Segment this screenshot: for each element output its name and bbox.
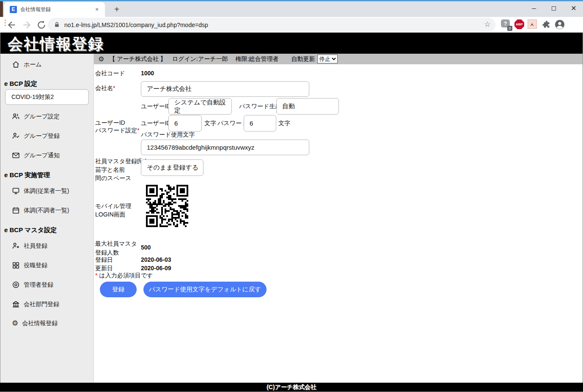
bookmark-star-icon[interactable]: ☆ xyxy=(482,20,492,29)
sidebar-item-label: 会社情報登録 xyxy=(22,320,58,327)
browser-titlebar: E 会社情報登録 × + ─ ☐ ✕ xyxy=(0,0,583,17)
gear-icon: ⚙ xyxy=(98,55,104,63)
sidebar-item-label: グループ登録 xyxy=(24,132,60,140)
address-bar[interactable]: no1.e-lms.jp/LMS2/1001/company_iud.php?m… xyxy=(48,18,495,32)
auto-update-label: 自動更新 xyxy=(292,55,315,63)
qr-code-image xyxy=(146,185,188,227)
refresh-icon[interactable] xyxy=(36,19,47,30)
company-code-label: 会社コード xyxy=(95,70,125,77)
sidebar-item-label: 体調(不調者一覧) xyxy=(24,207,69,214)
reset-pw-chars-button[interactable]: パスワード使用文字をデフォルトに戻す xyxy=(143,282,267,297)
browser-tab[interactable]: E 会社情報登録 × xyxy=(4,2,105,17)
company-name-label-text: 会社名 xyxy=(95,85,113,91)
reg-date-value: 2020-06-03 xyxy=(141,256,171,263)
bank-icon xyxy=(12,300,20,308)
company-code-value: 1000 xyxy=(141,70,154,77)
back-icon[interactable] xyxy=(6,19,17,30)
reg-date-label: 登録日 xyxy=(95,256,113,264)
url-text[interactable]: no1.e-lms.jp/LMS2/1001/company_iud.php?m… xyxy=(64,22,208,28)
status-bar: ⚙ 【 アーチ株式会社 】 ログイン:アーチ一郎 権限:総合管理者 自動更新 停… xyxy=(94,54,583,64)
sidebar-item-group-register[interactable]: グループ登録 xyxy=(12,132,60,140)
acrobat-logo-icon xyxy=(528,19,537,29)
window-minimize-button[interactable]: ─ xyxy=(524,0,544,17)
sidebar-item-home[interactable]: ホーム xyxy=(12,60,42,69)
max-members-label-line2: 登録人数 xyxy=(95,249,119,256)
status-login-user: ログイン:アーチ一郎 xyxy=(172,55,228,63)
window-corner-sliver xyxy=(0,1,3,17)
auto-update-select[interactable]: 停止 xyxy=(317,55,338,63)
forward-icon[interactable] xyxy=(21,19,32,30)
pw-length-suffix: 文字 xyxy=(278,120,290,127)
sidebar-section-bcp-master: e BCP マスタ設定 xyxy=(4,226,57,234)
sidebar-item-label: 管理者登録 xyxy=(24,281,53,289)
sidebar-item-admin-register[interactable]: 管理者登録 xyxy=(12,281,53,289)
sidebar-item-department-register[interactable]: 会社部門登録 xyxy=(12,300,59,308)
gear-icon: ⚙ xyxy=(12,320,18,327)
adblock-extension-icon[interactable]: ABP xyxy=(514,19,525,30)
tab-close-icon[interactable]: × xyxy=(93,5,101,13)
extensions-puzzle-icon[interactable] xyxy=(541,19,551,30)
company-name-input[interactable] xyxy=(141,81,309,97)
acrobat-extension-icon[interactable] xyxy=(528,19,538,30)
home-icon xyxy=(12,60,20,69)
upd-date-value: 2020-06-09 xyxy=(141,265,171,271)
window-maximize-button[interactable]: ☐ xyxy=(544,0,564,17)
person-check-icon xyxy=(12,132,20,140)
window-close-button[interactable]: ✕ xyxy=(564,0,583,17)
sidebar-item-label: 社員登録 xyxy=(24,242,47,250)
pw-length-input[interactable] xyxy=(244,115,276,132)
person-plus-icon xyxy=(12,242,20,250)
submit-button[interactable]: 登録 xyxy=(100,282,137,297)
new-tab-button[interactable]: + xyxy=(111,3,123,15)
pw-generation-box[interactable]: 自動 xyxy=(276,98,339,115)
sidebar-item-health-employees[interactable]: 体調(従業者一覧) xyxy=(12,187,69,195)
eye-icon xyxy=(12,281,20,289)
sidebar-item-label: ホーム xyxy=(24,61,42,69)
userid-pw-label-line2: パスワード設定 xyxy=(95,127,137,134)
status-role: 権限:総合管理者 xyxy=(236,55,279,63)
sidebar-item-group-settings[interactable]: グループ設定 xyxy=(12,112,60,121)
required-note: * は入力必須項目です xyxy=(95,272,153,280)
max-members-label: 最大社員マスタ 登録人数 xyxy=(95,239,137,257)
pw-chars-input[interactable] xyxy=(141,140,309,155)
browser-toolbar: no1.e-lms.jp/LMS2/1001/company_iud.php?m… xyxy=(0,17,583,33)
required-asterisk: * xyxy=(113,85,115,91)
profile-avatar-icon[interactable] xyxy=(555,19,565,30)
sidebar-item-employee-register[interactable]: 社員登録 xyxy=(12,242,47,250)
footer: (C)アーチ株式会社 xyxy=(0,383,583,391)
tab-title: 会社情報登録 xyxy=(20,6,88,13)
pw-length-label: パスワード xyxy=(217,120,248,127)
page-title: 会社情報登録 xyxy=(8,34,104,55)
abp-octagon-icon: ABP xyxy=(514,19,524,29)
app-header: 会社情報登録 xyxy=(0,33,583,54)
sidebar-section-bcp-settings: e BCP 設定 xyxy=(4,80,37,88)
sidebar-section-bcp-management: e BCP 実施管理 xyxy=(4,171,50,179)
required-note-text: は入力必須項目です xyxy=(99,272,153,279)
sidebar-item-company-info-register[interactable]: ⚙ 会社情報登録 xyxy=(12,320,58,327)
company-info-form: 会社コード 1000 会社名* ユーザーID パスワード設定* ユーザーID シ… xyxy=(94,64,583,383)
sidebar-item-label: グループ設定 xyxy=(24,113,60,121)
sidebar-item-group-notify[interactable]: グループ通知 xyxy=(12,151,60,159)
max-members-value: 500 xyxy=(141,244,151,251)
sidebar-plan-select[interactable]: COVID-19対策2 xyxy=(5,89,89,105)
footer-copyright: (C)アーチ株式会社 xyxy=(267,384,316,390)
name-space-box[interactable]: そのまま登録する xyxy=(141,159,204,176)
lock-icon xyxy=(54,22,60,28)
userid-length-label: ユーザーID xyxy=(141,120,171,127)
userid-pw-setting-label: ユーザーID パスワード設定* xyxy=(95,119,140,134)
sidebar-item-label: 体調(従業者一覧) xyxy=(24,187,69,195)
userid-mode-box[interactable]: システムで自動設定 xyxy=(168,98,232,115)
userid-length-input[interactable] xyxy=(168,115,202,132)
calendar-icon xyxy=(12,206,20,214)
sidebar-item-health-unwell[interactable]: 体調(不調者一覧) xyxy=(12,206,69,214)
max-members-label-line1: 最大社員マスタ xyxy=(95,240,137,247)
sidebar-item-label: 役職登録 xyxy=(24,262,47,269)
envelope-icon xyxy=(12,151,20,159)
userid-mode-label: ユーザーID xyxy=(141,103,171,110)
help-extension-icon[interactable]: ? 0 xyxy=(501,19,511,30)
required-asterisk: * xyxy=(137,127,139,134)
mobile-login-label: モバイル管理 LOGIN画面 xyxy=(95,202,131,219)
monitor-icon xyxy=(12,187,20,195)
sidebar-item-role-register[interactable]: 役職登録 xyxy=(12,261,47,269)
sidebar-item-label: 会社部門登録 xyxy=(24,301,59,308)
